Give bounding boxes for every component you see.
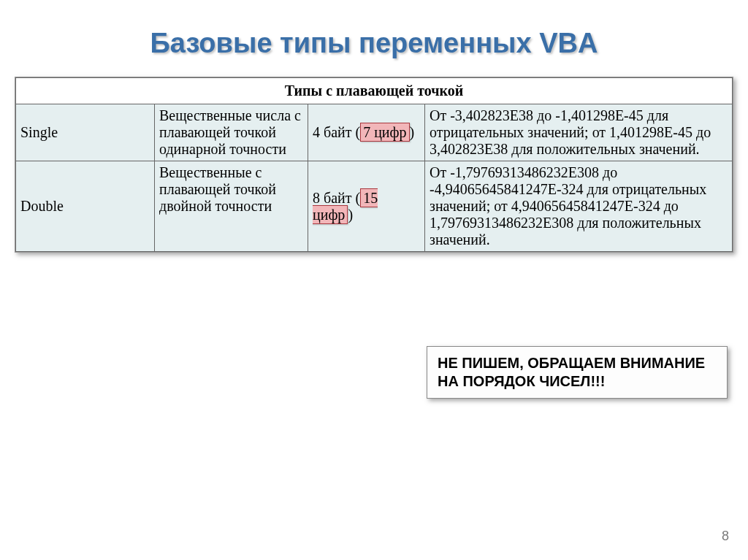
size-suffix: ) <box>348 207 353 223</box>
type-description: Вещественные числа с плавающей точкой од… <box>155 104 308 161</box>
type-size: 8 байт (15 цифр) <box>308 161 425 252</box>
type-name: Double <box>16 161 155 252</box>
size-suffix: ) <box>410 124 415 140</box>
page-title: Базовые типы переменных VBA <box>13 28 735 59</box>
types-table: Типы с плавающей точкой Single Веществен… <box>15 77 733 252</box>
table-header-row: Типы с плавающей точкой <box>16 78 733 104</box>
type-range: От -3,402823E38 до -1,401298E-45 для отр… <box>425 104 733 161</box>
table-row: Double Вещественные с плавающей точкой д… <box>16 161 733 252</box>
table-row: Single Вещественные числа с плавающей то… <box>16 104 733 161</box>
type-size: 4 байт (7 цифр) <box>308 104 425 161</box>
section-header: Типы с плавающей точкой <box>16 78 733 104</box>
note-callout: НЕ ПИШЕМ, ОБРАЩАЕМ ВНИМАНИЕ НА ПОРЯДОК Ч… <box>427 346 728 399</box>
size-highlight: 7 цифр <box>360 123 409 142</box>
slide: Базовые типы переменных VBA Типы с плава… <box>0 0 748 560</box>
page-number: 8 <box>722 529 729 544</box>
size-prefix: 8 байт ( <box>313 190 360 206</box>
types-table-container: Типы с плавающей точкой Single Веществен… <box>15 77 733 253</box>
type-description: Вещественные с плавающей точкой двойной … <box>155 161 308 252</box>
type-name: Single <box>16 104 155 161</box>
size-prefix: 4 байт ( <box>313 124 360 140</box>
type-range: От -1,79769313486232E308 до -4,940656458… <box>425 161 733 252</box>
